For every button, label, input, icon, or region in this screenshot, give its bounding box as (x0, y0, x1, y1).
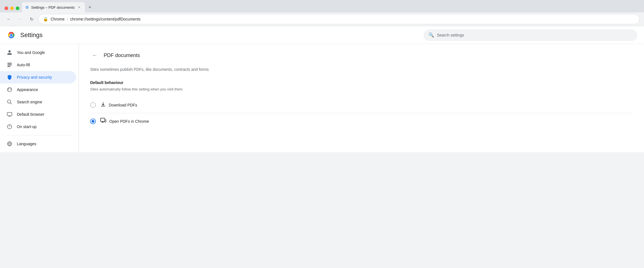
svg-point-9 (10, 89, 11, 90)
address-url-prefix: chrome:// (70, 17, 86, 21)
svg-rect-5 (8, 66, 10, 67)
sidebar-label-you-and-google: You and Google (17, 50, 45, 55)
svg-rect-4 (8, 64, 12, 65)
tab-bar: ⚙ Settings – PDF documents × + (0, 0, 644, 12)
sidebar-label-privacy-security: Privacy and security (17, 75, 52, 80)
settings-header: Settings 🔍 Search settings (0, 26, 644, 44)
address-url: chrome://settings/content/pdfDocuments (70, 17, 140, 21)
sidebar-item-languages[interactable]: Languages (0, 138, 76, 150)
new-tab-button[interactable]: + (86, 3, 94, 11)
svg-line-12 (10, 103, 12, 104)
settings-title: Settings (20, 31, 43, 39)
download-pdfs-radio[interactable] (90, 102, 96, 108)
address-bar[interactable]: 🔒 Chrome | chrome://settings/content/pdf… (38, 14, 640, 24)
content-panel: ← PDF documents Sites sometimes publish … (79, 44, 644, 152)
sidebar-item-search-engine[interactable]: Search engine (0, 96, 76, 108)
tab-title: Settings – PDF documents (31, 5, 75, 10)
search-placeholder: Search settings (437, 33, 464, 37)
nav-bar: ← → ↻ 🔒 Chrome | chrome://settings/conte… (0, 12, 644, 26)
open-in-chrome-label: Open PDFs in Chrome (109, 119, 149, 124)
chrome-logo (7, 31, 16, 40)
sidebar-label-languages: Languages (17, 142, 36, 146)
svg-point-8 (10, 88, 10, 89)
maximize-button[interactable] (16, 6, 19, 10)
tab-icon: ⚙ (25, 5, 29, 10)
radio-selected-indicator (92, 120, 94, 123)
svg-point-10 (8, 90, 9, 90)
address-url-bold: settings (87, 17, 100, 21)
sidebar-label-on-startup: On start-up (17, 124, 37, 129)
appearance-icon (7, 87, 12, 92)
sidebar-item-on-startup[interactable]: On start-up (0, 121, 76, 133)
download-pdfs-label-area: Download PDFs (100, 101, 137, 108)
open-in-chrome-radio[interactable] (90, 119, 96, 124)
sidebar-item-autofill[interactable]: Auto-fill (0, 59, 76, 71)
open-pdf-icon (100, 118, 106, 125)
svg-rect-3 (8, 63, 12, 64)
address-url-suffix: /content/pdfDocuments (100, 17, 140, 21)
settings-search-bar[interactable]: 🔍 Search settings (424, 29, 637, 41)
content-header: ← PDF documents (90, 51, 633, 60)
download-icon (100, 101, 106, 108)
sidebar-item-default-browser[interactable]: Default browser (0, 108, 76, 121)
person-icon (7, 50, 12, 55)
search-icon: 🔍 (428, 32, 434, 38)
reload-button[interactable]: ↻ (27, 15, 36, 24)
sidebar-item-you-and-google[interactable]: You and Google (0, 46, 76, 59)
sidebar-label-default-browser: Default browser (17, 112, 44, 117)
shield-icon (7, 74, 12, 80)
settings-app: Settings 🔍 Search settings You and Googl… (0, 26, 644, 152)
download-pdfs-option[interactable]: Download PDFs (90, 97, 633, 113)
minimize-button[interactable] (10, 6, 14, 10)
startup-icon (7, 124, 12, 130)
window-controls (0, 6, 23, 12)
default-browser-icon (7, 112, 12, 117)
svg-rect-21 (101, 118, 105, 122)
svg-rect-13 (7, 112, 12, 116)
browser-window: ⚙ Settings – PDF documents × + ← → ↻ 🔒 C… (0, 0, 644, 152)
sidebar-label-autofill: Auto-fill (17, 63, 30, 67)
sidebar-divider (7, 135, 72, 135)
svg-point-7 (8, 88, 9, 89)
sidebar: You and Google Auto-fill (0, 44, 79, 152)
content-title: PDF documents (104, 53, 140, 58)
back-nav-button[interactable]: ← (4, 15, 13, 24)
search-engine-icon (7, 99, 12, 105)
active-tab[interactable]: ⚙ Settings – PDF documents × (22, 2, 85, 12)
sidebar-item-appearance[interactable]: Appearance (0, 83, 76, 96)
address-security-icon: 🔒 (43, 17, 48, 22)
content-description: Sites sometimes publish PDFs, like docum… (90, 67, 633, 72)
forward-nav-button[interactable]: → (16, 15, 25, 24)
svg-point-2 (10, 34, 13, 36)
main-area: You and Google Auto-fill (0, 44, 644, 152)
section-title: Default behaviour (90, 80, 633, 85)
languages-icon (7, 141, 12, 147)
download-pdfs-label: Download PDFs (109, 103, 137, 107)
sidebar-item-privacy-security[interactable]: Privacy and security (0, 71, 76, 83)
section-subtitle: Sites automatically follow this setting … (90, 87, 633, 91)
autofill-icon (7, 62, 12, 68)
open-in-chrome-label-area: Open PDFs in Chrome (100, 118, 149, 125)
address-site-name: Chrome (51, 17, 65, 21)
back-button[interactable]: ← (90, 51, 99, 60)
close-button[interactable] (4, 6, 8, 10)
sidebar-label-appearance: Appearance (17, 87, 38, 92)
tab-close-button[interactable]: × (77, 5, 81, 10)
open-in-chrome-option[interactable]: Open PDFs in Chrome (90, 113, 633, 129)
sidebar-label-search-engine: Search engine (17, 100, 42, 104)
address-separator: | (67, 17, 68, 21)
